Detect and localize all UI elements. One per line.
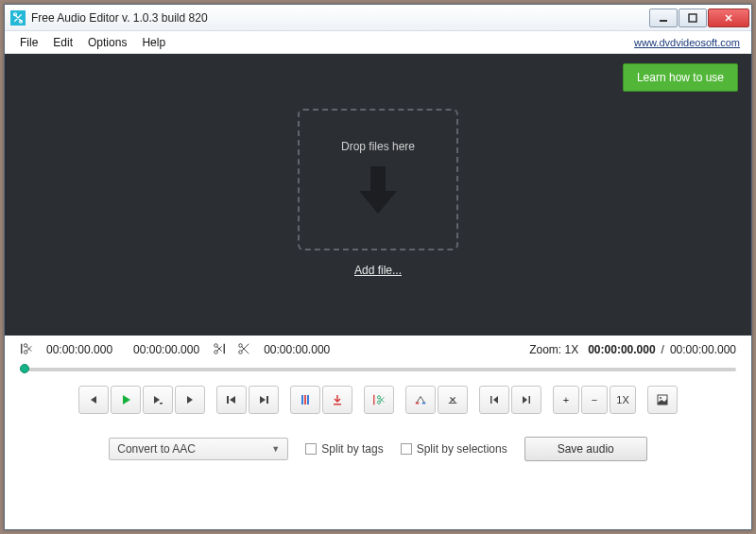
seek-thumb[interactable] — [20, 364, 29, 373]
checkbox-box — [401, 443, 412, 455]
svg-rect-17 — [490, 396, 492, 404]
zoom-label: Zoom: 1X — [529, 343, 578, 356]
skip-start-button[interactable] — [216, 386, 247, 414]
menubar: File Edit Options Help www.dvdvideosoft.… — [5, 31, 751, 54]
website-link[interactable]: www.dvdvideosoft.com — [634, 37, 744, 48]
markers-button[interactable] — [290, 386, 320, 414]
clip-time: 00:00:00.000 — [264, 343, 330, 356]
play-to-end-button[interactable] — [143, 386, 173, 414]
svg-rect-12 — [304, 395, 306, 405]
svg-rect-14 — [334, 404, 341, 405]
dropzone-label: Drop files here — [341, 140, 415, 153]
scissors-icon — [237, 342, 250, 358]
window-controls — [649, 9, 749, 27]
svg-rect-8 — [160, 403, 163, 405]
split-by-selections-label: Split by selections — [417, 442, 507, 456]
app-window: Free Audio Editor v. 1.0.3 build 820 Fil… — [4, 4, 752, 530]
total-time: 00:00:00.000 — [670, 343, 736, 356]
scissors-bracket-left-icon — [20, 342, 33, 358]
waveform-area: Learn how to use Drop files here Add fil… — [5, 54, 751, 336]
maximize-button[interactable] — [679, 9, 707, 27]
menu-edit[interactable]: Edit — [45, 36, 80, 49]
svg-rect-9 — [227, 396, 229, 404]
svg-rect-11 — [301, 395, 303, 405]
play-button[interactable] — [111, 386, 141, 414]
goto-end-button[interactable] — [511, 386, 541, 414]
skip-end-button[interactable] — [249, 386, 279, 414]
seek-slider[interactable] — [5, 360, 751, 379]
trim-outside-button[interactable] — [405, 386, 436, 414]
menu-file[interactable]: File — [12, 36, 45, 49]
add-file-link[interactable]: Add file... — [298, 264, 458, 277]
zoom-out-button[interactable]: − — [581, 386, 608, 414]
split-by-tags-label: Split by tags — [321, 442, 383, 456]
time-bar: 00:00:00.000 00:00:00.000 00:00:00.000 Z… — [5, 336, 751, 360]
toolbar: + − 1X — [5, 379, 751, 421]
chevron-down-icon: ▼ — [271, 444, 280, 454]
bottom-bar: Convert to AAC ▼ Split by tags Split by … — [5, 421, 751, 477]
svg-rect-1 — [689, 14, 696, 22]
format-dropdown[interactable]: Convert to AAC ▼ — [109, 438, 288, 460]
learn-button[interactable]: Learn how to use — [623, 63, 738, 92]
svg-rect-10 — [266, 396, 268, 404]
zoom-reset-button[interactable]: 1X — [610, 386, 636, 414]
time-separator: / — [662, 343, 664, 356]
split-by-selections-checkbox[interactable]: Split by selections — [401, 442, 507, 456]
current-time: 00:00:00.000 — [588, 343, 655, 356]
cover-art-button[interactable] — [647, 386, 678, 414]
menu-help[interactable]: Help — [134, 36, 173, 49]
split-by-tags-checkbox[interactable]: Split by tags — [305, 442, 383, 456]
step-forward-button[interactable] — [175, 386, 205, 414]
format-dropdown-value: Convert to AAC — [117, 442, 196, 456]
svg-rect-13 — [307, 395, 309, 405]
titlebar: Free Audio Editor v. 1.0.3 build 820 — [5, 5, 751, 31]
save-audio-button[interactable]: Save audio — [524, 437, 647, 461]
dropzone[interactable]: Drop files here — [298, 109, 458, 250]
minimize-button[interactable] — [649, 9, 678, 27]
svg-rect-18 — [529, 396, 531, 404]
zoom-in-button[interactable]: + — [553, 386, 579, 414]
selection-end-time: 00:00:00.000 — [133, 343, 199, 356]
scissors-bracket-right-icon — [213, 342, 226, 358]
svg-rect-0 — [660, 20, 667, 22]
download-marker-button[interactable] — [322, 386, 352, 414]
cut-selection-button[interactable] — [364, 386, 394, 414]
menu-options[interactable]: Options — [80, 36, 134, 49]
selection-times: 00:00:00.000 00:00:00.000 00:00:00.000 — [20, 342, 337, 358]
goto-start-button[interactable] — [479, 386, 509, 414]
checkbox-box — [305, 443, 317, 455]
selection-start-time: 00:00:00.000 — [46, 343, 112, 356]
app-icon — [10, 10, 26, 26]
close-button[interactable] — [708, 9, 749, 27]
step-back-button[interactable] — [78, 386, 109, 414]
svg-point-20 — [660, 397, 662, 399]
delete-selection-button[interactable] — [438, 386, 468, 414]
seek-track — [20, 368, 736, 371]
window-title: Free Audio Editor v. 1.0.3 build 820 — [31, 11, 649, 25]
arrow-down-icon — [355, 163, 401, 220]
